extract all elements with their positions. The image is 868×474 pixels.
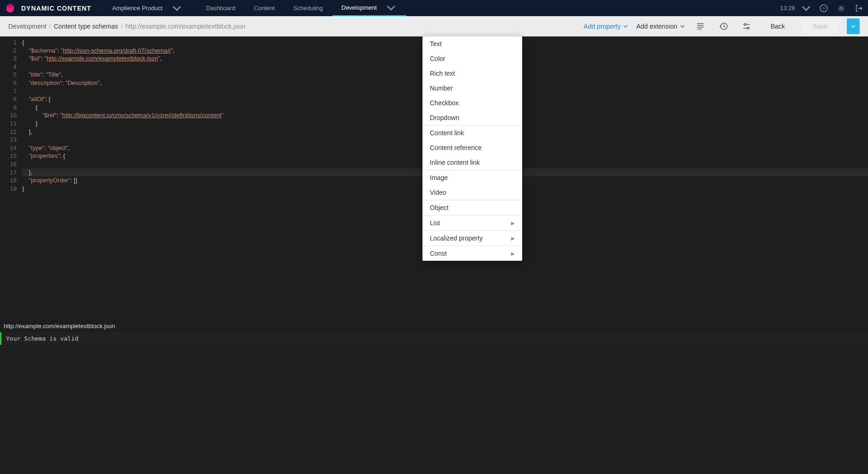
dd-item-dropdown[interactable]: Dropdown: [422, 110, 522, 125]
hub-name: Amplience Product: [112, 5, 163, 12]
dd-item-richtext[interactable]: Rich text: [422, 66, 522, 81]
dd-item-label: Const: [430, 250, 447, 257]
dd-item-image[interactable]: Image: [422, 170, 522, 185]
dd-item-const[interactable]: Const▶: [422, 246, 522, 261]
chevron-down-icon: [623, 25, 628, 28]
nav-development[interactable]: Development: [332, 0, 407, 16]
dd-item-text[interactable]: Text: [422, 36, 522, 51]
chevron-right-icon: ▶: [511, 221, 515, 226]
breadcrumb-sep: /: [121, 23, 123, 30]
breadcrumb-current: http://example.com/exampletextblock.json: [126, 23, 246, 30]
dd-item-contentref[interactable]: Content reference: [422, 140, 522, 155]
amplience-logo: [5, 3, 16, 14]
help-icon[interactable]: ?: [819, 4, 828, 13]
dd-item-color[interactable]: Color: [422, 51, 522, 66]
save-button: Save: [802, 19, 838, 34]
chevron-down-icon: [171, 6, 183, 11]
gear-icon[interactable]: [837, 4, 846, 13]
breadcrumb-development[interactable]: Development: [8, 23, 47, 30]
nav-development-label: Development: [342, 0, 377, 16]
dd-item-label: Localized property: [430, 234, 482, 242]
nav-dashboard[interactable]: Dashboard: [197, 0, 245, 16]
secondbar-right: Add property Add extension Back Save: [584, 18, 860, 34]
dd-item-object[interactable]: Object: [422, 200, 522, 215]
dd-item-contentlink[interactable]: Content link: [422, 126, 522, 140]
dd-item-label: List: [430, 219, 440, 227]
svg-point-7: [747, 27, 749, 29]
svg-point-6: [744, 24, 746, 25]
chevron-down-icon: [851, 25, 856, 28]
svg-text:?: ?: [822, 6, 825, 11]
back-button[interactable]: Back: [762, 23, 793, 30]
dd-item-video[interactable]: Video: [422, 185, 522, 200]
chevron-right-icon: ▶: [511, 251, 515, 256]
schema-url-bar: http://example.com/exampletextblock.json: [0, 320, 868, 332]
add-extension-button[interactable]: Add extension: [636, 23, 685, 30]
save-dropdown-button[interactable]: [847, 18, 860, 34]
nav-content[interactable]: Content: [245, 0, 284, 16]
logout-icon[interactable]: [854, 4, 863, 13]
validation-status: Your Schema is valid: [0, 332, 868, 345]
editor-footer: http://example.com/exampletextblock.json…: [0, 320, 868, 474]
chevron-right-icon: ▶: [511, 236, 515, 241]
brand-name: DYNAMIC CONTENT: [21, 5, 102, 12]
add-property-dropdown: Text Color Rich text Number Checkbox Dro…: [422, 36, 522, 261]
nav-scheduling[interactable]: Scheduling: [284, 0, 332, 16]
chevron-down-icon: [680, 25, 685, 28]
output-panel: [0, 345, 868, 474]
dd-item-checkbox[interactable]: Checkbox: [422, 96, 522, 110]
topbar-right: 13:28 ?: [780, 4, 863, 13]
svg-point-4: [840, 7, 842, 9]
time-selector[interactable]: 13:28: [780, 5, 811, 12]
time-display: 13:28: [780, 5, 795, 12]
add-extension-label: Add extension: [636, 23, 677, 30]
history-icon[interactable]: [716, 19, 731, 34]
add-property-label: Add property: [584, 23, 621, 30]
format-icon[interactable]: [693, 19, 708, 34]
settings-sliders-icon[interactable]: [739, 19, 754, 34]
secondbar: Development / Content type schemas / htt…: [0, 16, 868, 36]
chevron-down-icon: [385, 5, 397, 11]
breadcrumb-schemas[interactable]: Content type schemas: [54, 23, 118, 30]
dd-item-list[interactable]: List▶: [422, 216, 522, 230]
hub-selector[interactable]: Amplience Product: [112, 5, 183, 12]
dd-item-inlinecontent[interactable]: Inline content link: [422, 155, 522, 170]
main-nav: Dashboard Content Scheduling Development: [197, 0, 406, 16]
dd-item-localized[interactable]: Localized property▶: [422, 231, 522, 246]
dd-item-number[interactable]: Number: [422, 81, 522, 96]
add-property-button[interactable]: Add property: [584, 23, 628, 30]
breadcrumb: Development / Content type schemas / htt…: [8, 23, 245, 30]
chevron-down-icon: [802, 6, 811, 11]
topbar: DYNAMIC CONTENT Amplience Product Dashbo…: [0, 0, 868, 16]
breadcrumb-sep: /: [49, 23, 51, 30]
